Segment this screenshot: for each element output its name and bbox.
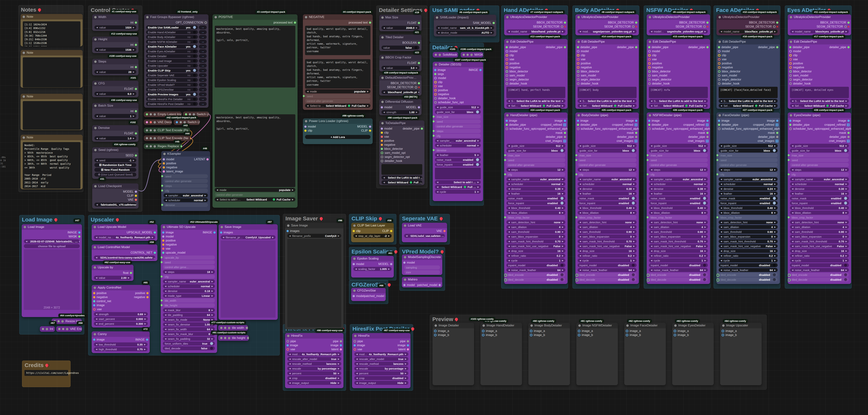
input-slot-scheduler-func-opt[interactable] [789, 127, 792, 130]
widget-control-after-generate[interactable]: control after generate [305, 99, 370, 103]
widget-image-output[interactable]: ◀image_outputHide▶ [287, 381, 341, 385]
output-slot-float[interactable] [130, 272, 132, 274]
textarea[interactable] [23, 57, 81, 88]
decrement-arrow[interactable]: ◀ [437, 181, 438, 183]
collapse-dot[interactable] [163, 153, 166, 155]
widget-sam-mask-hint-threshold[interactable]: ◀sam_mask_hint_threshold0.70▶ [578, 239, 637, 243]
widget-input-slot[interactable] [433, 135, 435, 137]
input-slot[interactable] [42, 328, 44, 330]
decrement-arrow[interactable]: ◀ [289, 377, 290, 379]
decrement-arrow[interactable]: ◀ [792, 240, 793, 243]
collapse-dot[interactable] [94, 246, 96, 248]
output-slot-int[interactable] [135, 44, 137, 46]
decrement-arrow[interactable]: ◀ [720, 240, 722, 243]
bypass-toggle-enable-seperate-vae[interactable]: Enable Seperate VAEno [146, 73, 198, 77]
collapse-dot[interactable] [66, 328, 68, 330]
decrement-arrow[interactable]: ◀ [651, 211, 652, 214]
increment-arrow[interactable]: ▶ [338, 358, 339, 360]
input-slot-image[interactable] [434, 69, 436, 71]
decrement-arrow[interactable]: ◀ [356, 353, 358, 355]
decrement-arrow[interactable]: ◀ [792, 169, 793, 171]
decrement-arrow[interactable]: ◀ [165, 295, 166, 297]
widget-sam-bbox-expansion[interactable]: ◀sam_bbox_expansion0▶ [719, 235, 778, 239]
widget-zsnr[interactable]: zsnr [404, 270, 440, 274]
widget-model-name[interactable]: ◀model_namebbox/face_yolov9c.pt▶ [719, 29, 778, 33]
output-slot-mask[interactable] [847, 132, 849, 134]
decrement-arrow[interactable]: ◀ [355, 235, 357, 237]
widget-sam-dilation[interactable]: ◀sam_dilation4▶ [790, 225, 849, 229]
widget-control-after-generate[interactable]: control after generate [215, 192, 295, 197]
decrement-arrow[interactable]: ◀ [289, 358, 290, 360]
widget-select[interactable]: ◀Select …Select WildcardFull Cache▶ [790, 103, 849, 108]
widget-drop-size[interactable]: ◀drop_size16▶ [790, 249, 849, 253]
decrement-arrow[interactable]: ◀ [792, 255, 793, 257]
toggle-knob[interactable] [632, 278, 635, 281]
output-slot-detailer-pipe[interactable] [635, 136, 637, 138]
decrement-arrow[interactable]: ◀ [217, 198, 218, 201]
input-slot-positive[interactable] [162, 239, 164, 242]
widget-scheduler[interactable]: ◀schedulernormal▶ [649, 182, 708, 186]
toggle-noise-mask[interactable]: noise_maskenabled [649, 196, 708, 200]
output-slot-sam-model[interactable] [493, 22, 495, 24]
increment-arrow[interactable]: ▶ [705, 145, 706, 147]
widget-input-slot[interactable] [788, 154, 789, 156]
widget-select[interactable]: ◀Select …Select WildcardFull Cache▶ [719, 103, 778, 108]
decrement-arrow[interactable]: ◀ [792, 145, 793, 147]
output-slot-image[interactable] [146, 338, 148, 341]
input-slot-bbox-detector[interactable] [506, 70, 508, 73]
input-slot-negative[interactable] [718, 66, 720, 69]
increment-arrow[interactable]: ▶ [133, 159, 134, 161]
toggle-knob[interactable] [193, 45, 196, 48]
widget-sel[interactable]: ◀Sel …Select the LoRA to add to the text… [578, 99, 637, 103]
widget-sampler-name[interactable]: ◀sampler_nameeuler_ancestral▶ [719, 177, 778, 181]
widget-stop-at-clip-layer[interactable]: ◀stop_at_clip_layer-2▶ [353, 234, 392, 238]
goto-group-arrow[interactable]: → [199, 64, 207, 68]
widget-sampler-name[interactable]: ◀sampler_nameeuler_ancestral▶ [790, 177, 849, 181]
increment-arrow[interactable]: ▶ [152, 236, 153, 239]
increment-arrow[interactable]: ▶ [144, 343, 146, 346]
widget-guide-size[interactable]: ◀guide_size512▶ [790, 144, 849, 148]
input-slot-model[interactable] [162, 235, 164, 238]
decrement-arrow[interactable]: ◀ [651, 255, 652, 257]
widget-max-size[interactable]: max_size [649, 153, 708, 157]
decrement-arrow[interactable]: ◀ [508, 235, 510, 238]
collapse-dot[interactable] [790, 16, 792, 19]
decrement-arrow[interactable]: ◀ [720, 169, 722, 171]
input-slot-bbox-detector[interactable] [577, 70, 580, 73]
input-slot-sam-model[interactable] [718, 74, 720, 77]
widget-steps[interactable]: ◀steps12▶ [506, 168, 565, 172]
decrement-arrow[interactable]: ◀ [580, 240, 581, 243]
collapse-dot[interactable] [649, 16, 651, 19]
decrement-arrow[interactable]: ◀ [289, 367, 290, 370]
decrement-arrow[interactable]: ◀ [792, 250, 793, 252]
collapse-dot[interactable] [381, 101, 384, 103]
collapse-dot[interactable] [722, 324, 724, 327]
widget-feather[interactable]: ◀feather5▶ [435, 153, 481, 157]
increment-arrow[interactable]: ▶ [562, 192, 563, 195]
input-slot-image-b[interactable] [530, 334, 532, 336]
input-slot-image-b[interactable] [482, 334, 485, 336]
widget-seed[interactable]: seed [719, 158, 778, 162]
increment-arrow[interactable]: ▶ [846, 259, 847, 262]
output-slot-detailer-pipe[interactable] [847, 46, 849, 48]
toggle-knob[interactable] [193, 79, 196, 82]
widget-control-after-generate[interactable]: control after generate [435, 124, 481, 128]
widget-sam-bbox-expansion[interactable]: ◀sam_bbox_expansion0▶ [649, 235, 708, 239]
input-slot-model[interactable] [789, 50, 792, 53]
toggle-knob[interactable] [561, 278, 563, 281]
widget-denoise[interactable]: ◀denoise0.30▶ [790, 187, 849, 191]
increment-arrow[interactable]: ▶ [562, 211, 563, 214]
collapse-dot[interactable] [154, 145, 156, 148]
collapse-dot[interactable] [506, 16, 508, 19]
input-slot-image[interactable] [648, 120, 650, 122]
increment-arrow[interactable]: ▶ [846, 245, 847, 247]
input-slot-detailer-pipe[interactable] [718, 124, 720, 126]
bypass-toggle-enable-epsilon-scaling[interactable]: Enable Epsilon Scalingno [146, 78, 198, 82]
collapse-dot[interactable] [530, 324, 533, 327]
increment-arrow[interactable]: ▶ [633, 188, 635, 190]
increment-arrow[interactable]: ▶ [705, 192, 706, 195]
collapse-dot[interactable] [228, 337, 230, 339]
input-slot-model[interactable] [163, 158, 165, 160]
decrement-arrow[interactable]: ◀ [96, 343, 97, 346]
increment-arrow[interactable]: ▶ [205, 194, 206, 197]
